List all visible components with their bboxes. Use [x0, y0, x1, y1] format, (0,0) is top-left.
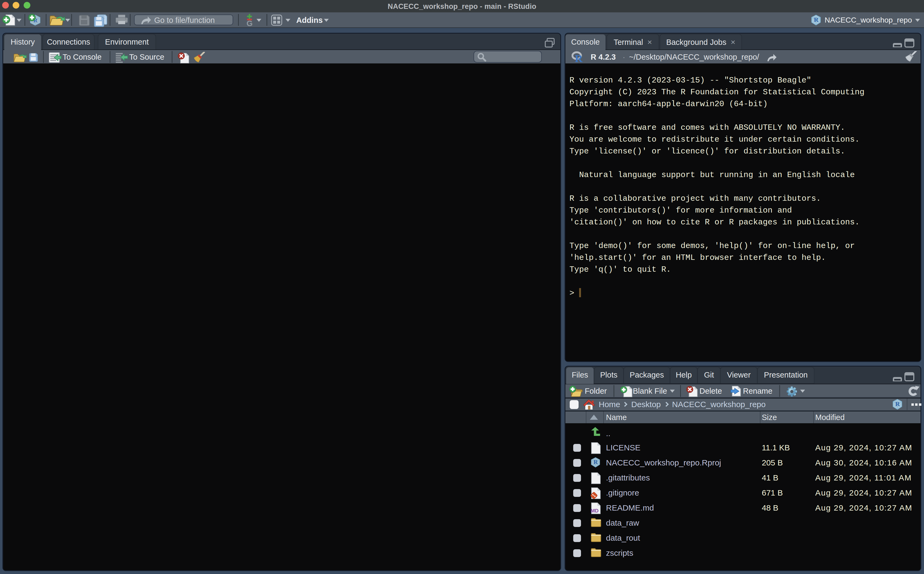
svg-text:R: R	[593, 459, 598, 465]
svg-text:R: R	[895, 401, 900, 407]
svg-text:R: R	[814, 16, 819, 23]
svg-text:MD: MD	[591, 508, 599, 514]
svg-text:G: G	[247, 19, 253, 26]
svg-text:R: R	[575, 52, 583, 63]
